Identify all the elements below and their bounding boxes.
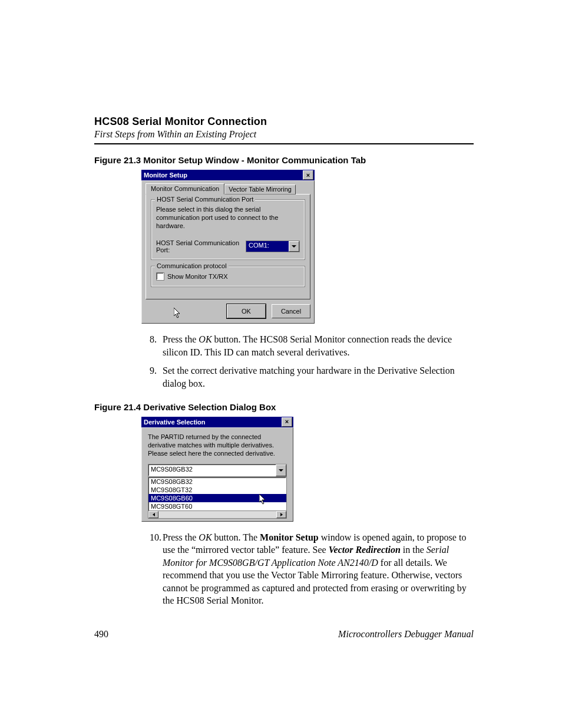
step-number: 10.: [150, 531, 163, 608]
manual-title: Microcontrollers Debugger Manual: [338, 629, 474, 640]
derivative-selected-value: MC9S08GB32: [148, 465, 276, 476]
list-item[interactable]: MC9S08GB32: [148, 477, 286, 486]
chapter-subtitle: First Steps from Within an Existing Proj…: [94, 129, 474, 140]
text-fragment: OK: [199, 334, 211, 344]
show-tx-rx-checkbox[interactable]: [156, 272, 164, 281]
figure-21-4-caption: Figure 21.4 Derivative Selection Dialog …: [94, 402, 474, 412]
figure-21-3-caption: Figure 21.3 Monitor Setup Window - Monit…: [94, 155, 474, 165]
list-item[interactable]: MC9S08GT32: [148, 486, 286, 494]
list-item: 10. Press the OK button. The Monitor Set…: [150, 531, 474, 608]
group-host-port-label: HOST Serial Communication Port: [155, 196, 255, 203]
monitor-setup-dialog: Monitor Setup × Monitor Communication Ve…: [141, 170, 315, 324]
dialog-title: Derivative Selection: [144, 419, 206, 426]
dialog-title: Monitor Setup: [144, 172, 187, 179]
tab-monitor-communication[interactable]: Monitor Communication: [146, 183, 224, 195]
list-item[interactable]: MC9S08GB60: [148, 494, 286, 502]
host-port-combo[interactable]: COM1:: [246, 241, 300, 252]
figure-21-4: Derivative Selection × The PARTID return…: [141, 417, 474, 522]
tab-vector-table-mirroring[interactable]: Vector Table Mirroring: [224, 185, 296, 195]
derivative-selection-dialog: Derivative Selection × The PARTID return…: [141, 417, 293, 522]
text-fragment: Vector Redirection: [329, 545, 401, 555]
derivative-help-text: The PARTID returned by the connected der…: [148, 433, 287, 458]
step-text: Press the OK button. The Monitor Setup w…: [163, 531, 474, 608]
step-number: 9.: [150, 364, 163, 390]
step-text: Set the correct derivative matching your…: [163, 364, 474, 390]
scroll-right-icon[interactable]: [276, 511, 286, 518]
dialog-titlebar: Monitor Setup ×: [141, 170, 315, 180]
group-communication-protocol: Communication protocol Show Monitor TX/R…: [151, 266, 305, 287]
dialog-titlebar: Derivative Selection ×: [141, 417, 293, 427]
derivative-listbox[interactable]: MC9S08GB32 MC9S08GT32 MC9S08GB60 MC9S08G…: [148, 477, 287, 519]
group-communication-protocol-label: Communication protocol: [155, 262, 229, 269]
text-fragment: Press the: [163, 532, 199, 542]
derivative-combo[interactable]: MC9S08GB32: [148, 464, 287, 477]
tab-pane: HOST Serial Communication Port Please se…: [146, 194, 310, 299]
text-fragment: in the: [401, 545, 427, 555]
chevron-down-icon[interactable]: [276, 465, 286, 476]
text-fragment: Press the: [163, 334, 199, 344]
group-host-port: HOST Serial Communication Port Please se…: [151, 199, 305, 260]
list-item[interactable]: MC9S08GT60: [148, 502, 286, 510]
chevron-down-icon[interactable]: [289, 241, 299, 252]
text-fragment: Monitor Setup: [260, 532, 319, 542]
host-port-value: COM1:: [246, 241, 289, 252]
chapter-title: HCS08 Serial Monitor Connection: [94, 116, 474, 128]
scroll-left-icon[interactable]: [148, 511, 158, 518]
header-rule: [94, 143, 474, 144]
cancel-button[interactable]: Cancel: [272, 304, 310, 318]
show-tx-rx-label: Show Monitor TX/RX: [167, 273, 228, 280]
tab-strip: Monitor Communication Vector Table Mirro…: [146, 183, 310, 195]
host-help-text: Please select in this dialog the serial …: [156, 206, 300, 230]
list-item: 9. Set the correct derivative matching y…: [150, 364, 474, 390]
cursor-icon: [174, 308, 182, 319]
page-footer: 490 Microcontrollers Debugger Manual: [94, 629, 474, 640]
close-icon[interactable]: ×: [303, 170, 313, 180]
host-port-label: HOST Serial Communication Port:: [156, 239, 246, 253]
page-number: 490: [94, 629, 108, 640]
close-icon[interactable]: ×: [282, 417, 292, 427]
scrollbar-horizontal[interactable]: [148, 510, 286, 518]
step-text: Press the OK button. The HCS08 Serial Mo…: [163, 333, 474, 358]
list-item: 8. Press the OK button. The HCS08 Serial…: [150, 333, 474, 358]
text-fragment: button. The: [212, 532, 260, 542]
text-fragment: OK: [199, 532, 211, 542]
ok-button[interactable]: OK: [227, 304, 266, 318]
figure-21-3: Monitor Setup × Monitor Communication Ve…: [141, 170, 474, 324]
document-page: HCS08 Serial Monitor Connection First St…: [0, 0, 562, 728]
step-number: 8.: [150, 333, 163, 358]
